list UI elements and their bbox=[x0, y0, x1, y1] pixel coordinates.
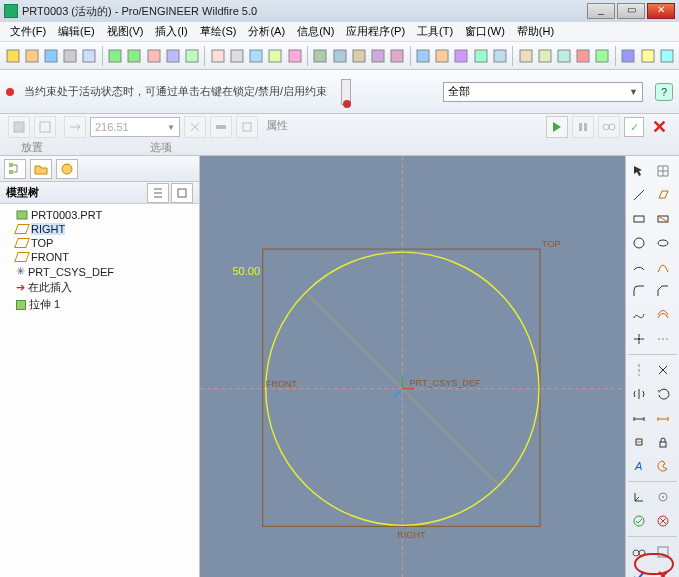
menu-8[interactable]: 工具(T) bbox=[411, 22, 459, 41]
fillet-icon[interactable] bbox=[628, 280, 650, 302]
copy-icon[interactable] bbox=[164, 45, 181, 67]
hidden-icon[interactable] bbox=[453, 45, 470, 67]
extrude-surface-icon[interactable] bbox=[34, 116, 56, 138]
circle-icon[interactable] bbox=[628, 232, 650, 254]
menu-0[interactable]: 文件(F) bbox=[4, 22, 52, 41]
ref-icon[interactable] bbox=[652, 328, 674, 350]
coord-sys-icon[interactable] bbox=[628, 486, 650, 508]
ellipse-icon[interactable] bbox=[652, 232, 674, 254]
color-icon[interactable] bbox=[639, 45, 656, 67]
menu-9[interactable]: 窗口(W) bbox=[459, 22, 511, 41]
help-button[interactable]: ? bbox=[655, 83, 673, 101]
glasses-icon[interactable] bbox=[598, 116, 620, 138]
repaint-icon[interactable] bbox=[389, 45, 406, 67]
minimize-button[interactable]: _ bbox=[587, 3, 615, 19]
glasses-icon[interactable] bbox=[628, 541, 650, 563]
depth-icon[interactable] bbox=[64, 116, 86, 138]
thicken-icon[interactable] bbox=[236, 116, 258, 138]
trim-icon[interactable] bbox=[652, 359, 674, 381]
rotate-icon[interactable] bbox=[652, 383, 674, 405]
mail-icon[interactable] bbox=[81, 45, 98, 67]
dim-icon[interactable] bbox=[628, 407, 650, 429]
spline-icon[interactable] bbox=[628, 304, 650, 326]
centerline-icon[interactable] bbox=[628, 359, 650, 381]
select-arrow-icon[interactable] bbox=[628, 160, 650, 182]
line-icon[interactable] bbox=[628, 184, 650, 206]
conic-icon[interactable] bbox=[652, 256, 674, 278]
new-icon[interactable] bbox=[4, 45, 21, 67]
zoom-fit-icon[interactable] bbox=[331, 45, 348, 67]
tab-folder[interactable] bbox=[30, 159, 52, 179]
zoom-in-icon[interactable] bbox=[350, 45, 367, 67]
menu-2[interactable]: 视图(V) bbox=[101, 22, 150, 41]
x-close-icon[interactable] bbox=[652, 565, 674, 577]
wire-icon[interactable] bbox=[434, 45, 451, 67]
parallelogram-icon[interactable] bbox=[652, 184, 674, 206]
palette-icon[interactable] bbox=[652, 455, 674, 477]
measure-icon[interactable] bbox=[594, 45, 611, 67]
grid-icon[interactable] bbox=[652, 160, 674, 182]
shade-icon[interactable] bbox=[415, 45, 432, 67]
layers-icon[interactable] bbox=[267, 45, 284, 67]
tree-item-拉伸 1[interactable]: 拉伸 1 bbox=[16, 296, 197, 313]
menu-1[interactable]: 编辑(E) bbox=[52, 22, 101, 41]
tree-item-在此插入[interactable]: ➔在此插入 bbox=[16, 279, 197, 296]
tree-item-top[interactable]: TOP bbox=[16, 236, 197, 250]
regen-icon[interactable] bbox=[209, 45, 226, 67]
constraint-icon[interactable] bbox=[628, 431, 650, 453]
viewmode-icon[interactable] bbox=[312, 45, 329, 67]
undo-icon[interactable] bbox=[107, 45, 124, 67]
blank-icon[interactable] bbox=[652, 541, 674, 563]
filter-combo[interactable]: 全部 ▼ bbox=[443, 82, 643, 102]
ok-button[interactable]: ✓ bbox=[624, 117, 644, 137]
tree-show-button[interactable] bbox=[171, 183, 193, 203]
cut-icon[interactable] bbox=[145, 45, 162, 67]
menu-3[interactable]: 插入(I) bbox=[149, 22, 193, 41]
cancel-button[interactable]: ✕ bbox=[648, 116, 671, 138]
tree-item-right[interactable]: RIGHT bbox=[16, 222, 197, 236]
menu-5[interactable]: 分析(A) bbox=[242, 22, 291, 41]
lock-icon[interactable] bbox=[652, 431, 674, 453]
remove-mat-icon[interactable] bbox=[210, 116, 232, 138]
datum-csys-icon[interactable] bbox=[555, 45, 572, 67]
view-icon[interactable] bbox=[286, 45, 303, 67]
extrude-solid-icon[interactable] bbox=[8, 116, 30, 138]
done-icon[interactable] bbox=[628, 510, 650, 532]
datum-axis-icon[interactable] bbox=[517, 45, 534, 67]
nohl-icon[interactable] bbox=[472, 45, 489, 67]
zoom-out-icon[interactable] bbox=[369, 45, 386, 67]
depth-input[interactable]: 216.51 ▼ bbox=[90, 117, 180, 137]
ok-check-icon[interactable] bbox=[628, 565, 650, 577]
menu-6[interactable]: 信息(N) bbox=[291, 22, 340, 41]
rect-diag-icon[interactable] bbox=[652, 208, 674, 230]
print-icon[interactable] bbox=[62, 45, 79, 67]
save-icon[interactable] bbox=[42, 45, 59, 67]
datum-point-icon[interactable] bbox=[536, 45, 553, 67]
flip-icon[interactable] bbox=[184, 116, 206, 138]
text-icon[interactable]: A bbox=[628, 455, 650, 477]
find-icon[interactable] bbox=[228, 45, 245, 67]
tree-item-prt_csys_def[interactable]: ✳PRT_CSYS_DEF bbox=[16, 264, 197, 279]
menu-10[interactable]: 帮助(H) bbox=[511, 22, 560, 41]
tab-favorites[interactable] bbox=[56, 159, 78, 179]
select-icon[interactable] bbox=[248, 45, 265, 67]
offset-icon[interactable] bbox=[652, 304, 674, 326]
graphics-canvas[interactable]: TOP FRONT RIGHT PRT_CSYS_DEF 50.00 bbox=[200, 156, 625, 577]
annotate-icon[interactable] bbox=[575, 45, 592, 67]
menu-4[interactable]: 草绘(S) bbox=[194, 22, 243, 41]
moddim-icon[interactable] bbox=[652, 407, 674, 429]
tab-model-tree[interactable] bbox=[4, 159, 26, 179]
open-icon[interactable] bbox=[23, 45, 40, 67]
play-button[interactable] bbox=[546, 116, 568, 138]
tree-root[interactable]: PRT0003.PRT bbox=[16, 208, 197, 222]
paste-icon[interactable] bbox=[183, 45, 200, 67]
maximize-button[interactable]: ▭ bbox=[617, 3, 645, 19]
datum-plane-icon[interactable] bbox=[491, 45, 508, 67]
tree-settings-button[interactable] bbox=[147, 183, 169, 203]
render-icon[interactable] bbox=[658, 45, 675, 67]
canvas-dimension[interactable]: 50.00 bbox=[232, 265, 260, 277]
chamfer-icon[interactable] bbox=[652, 280, 674, 302]
redo-icon[interactable] bbox=[126, 45, 143, 67]
rectangle-icon[interactable] bbox=[628, 208, 650, 230]
intent-icon[interactable] bbox=[652, 486, 674, 508]
